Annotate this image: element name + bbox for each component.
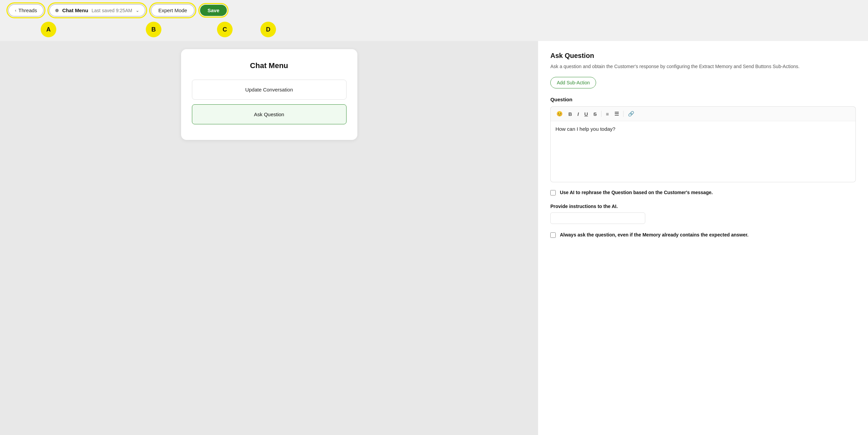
right-panel-title: Ask Question xyxy=(550,52,856,60)
toolbar: ‹ Threads Chat Menu Last saved 9:25AM ⌄ … xyxy=(0,0,868,21)
expert-mode-label: Expert Mode xyxy=(158,7,187,13)
question-section-label: Question xyxy=(550,97,856,102)
chat-menu-card-title: Chat Menu xyxy=(192,61,347,70)
badge-a: A xyxy=(41,22,56,37)
ai-rephrase-checkbox[interactable] xyxy=(550,190,556,195)
editor-toolbar: 😊 B I U S ≡ ☰ 🔗 xyxy=(550,106,856,121)
chat-menu-card: Chat Menu Update Conversation Ask Questi… xyxy=(181,49,357,140)
question-text: How can I help you today? xyxy=(555,126,615,132)
instructions-label: Provide instructions to the AI. xyxy=(550,204,856,209)
always-ask-checkbox[interactable] xyxy=(550,232,556,238)
menu-item-ask-question[interactable]: Ask Question xyxy=(192,104,347,124)
right-panel-description: Ask a question and obtain the Customer's… xyxy=(550,63,856,70)
badge-d: D xyxy=(260,22,276,37)
last-saved-text: Last saved 9:25AM xyxy=(92,8,132,13)
main-layout: Chat Menu Update Conversation Ask Questi… xyxy=(0,41,868,435)
save-label: Save xyxy=(208,7,219,13)
emoji-tool-button[interactable]: 😊 xyxy=(555,110,565,118)
chevron-left-icon: ‹ xyxy=(15,8,16,13)
strikethrough-tool-button[interactable]: S xyxy=(592,110,598,118)
always-ask-label: Always ask the question, even if the Mem… xyxy=(560,231,748,239)
bold-tool-button[interactable]: B xyxy=(567,110,574,118)
unordered-list-tool-button[interactable]: ☰ xyxy=(613,110,620,118)
italic-tool-button[interactable]: I xyxy=(576,110,580,118)
badge-b: B xyxy=(146,22,161,37)
left-panel: Chat Menu Update Conversation Ask Questi… xyxy=(0,41,538,435)
ai-rephrase-label: Use AI to rephrase the Question based on… xyxy=(560,189,713,196)
label-row: A B C D xyxy=(0,21,868,41)
threads-button[interactable]: ‹ Threads xyxy=(8,4,44,17)
chevron-down-icon: ⌄ xyxy=(136,8,139,13)
editor-separator-1 xyxy=(601,111,601,117)
threads-label: Threads xyxy=(18,7,37,13)
link-tool-button[interactable]: 🔗 xyxy=(626,110,636,118)
right-panel: Ask Question Ask a question and obtain t… xyxy=(538,41,868,435)
underline-tool-button[interactable]: U xyxy=(583,110,590,118)
editor-separator-2 xyxy=(623,111,624,117)
save-button[interactable]: Save xyxy=(200,5,227,16)
status-dot-icon xyxy=(55,9,59,12)
chat-menu-pill-title: Chat Menu xyxy=(62,7,88,13)
expert-mode-button[interactable]: Expert Mode xyxy=(151,4,195,17)
chat-menu-pill[interactable]: Chat Menu Last saved 9:25AM ⌄ xyxy=(49,4,145,17)
ordered-list-tool-button[interactable]: ≡ xyxy=(604,110,611,118)
ai-rephrase-row: Use AI to rephrase the Question based on… xyxy=(550,189,856,196)
question-editor-body[interactable]: How can I help you today? xyxy=(550,121,856,182)
menu-item-update-conversation[interactable]: Update Conversation xyxy=(192,80,347,100)
badge-c: C xyxy=(217,22,233,37)
add-sub-action-button[interactable]: Add Sub-Action xyxy=(550,77,596,88)
instructions-input[interactable] xyxy=(550,212,645,224)
always-ask-row: Always ask the question, even if the Mem… xyxy=(550,231,856,239)
